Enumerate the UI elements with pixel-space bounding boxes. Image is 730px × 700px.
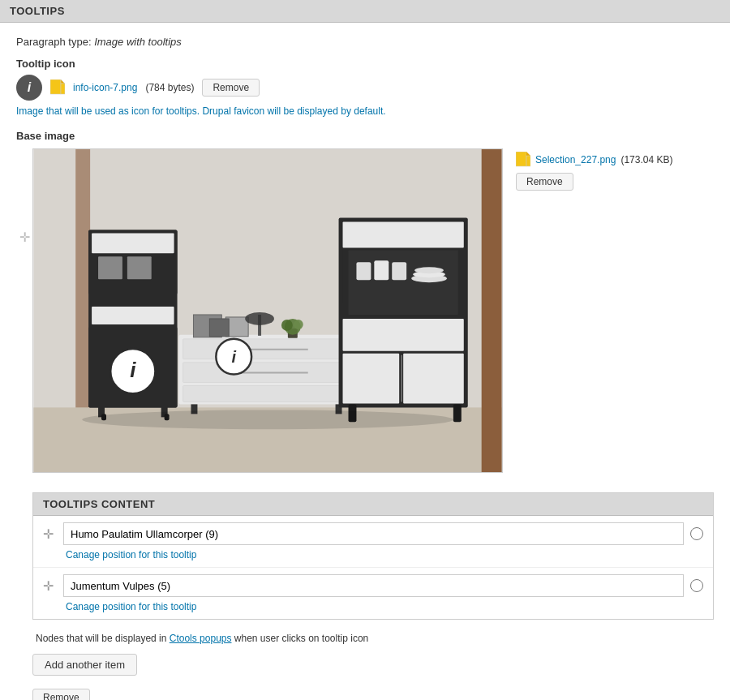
svg-text:i: i — [231, 348, 236, 366]
svg-point-39 — [294, 320, 303, 329]
svg-rect-6 — [482, 149, 502, 472]
svg-text:i: i — [130, 359, 136, 381]
bottom-actions: Remove — [32, 689, 714, 700]
svg-rect-13 — [92, 307, 174, 324]
svg-rect-59 — [526, 156, 530, 166]
svg-rect-46 — [392, 262, 406, 280]
svg-rect-50 — [343, 319, 464, 351]
tooltip-help-text: Image that will be used as icon for tool… — [16, 105, 714, 117]
svg-marker-58 — [526, 152, 530, 156]
nodes-description: Nodes that will be displayed in Ctools p… — [32, 633, 714, 644]
svg-rect-7 — [75, 149, 90, 407]
svg-point-56 — [82, 410, 453, 429]
tooltip-icon-row: i info-icon-7.png (784 bytes) Remove — [16, 75, 714, 101]
ctools-link[interactable]: Ctools popups — [170, 633, 232, 644]
svg-rect-3 — [61, 84, 65, 94]
paragraph-type-label: Paragraph type: — [16, 36, 92, 48]
svg-rect-55 — [453, 404, 462, 422]
svg-rect-52 — [403, 354, 464, 404]
tooltip-icon-filename[interactable]: info-icon-7.png — [73, 82, 137, 93]
tooltip-icon-filesize: (784 bytes) — [145, 82, 194, 93]
svg-rect-11 — [98, 256, 122, 279]
svg-rect-43 — [349, 250, 458, 315]
base-image-filesize: (173.04 KB) — [620, 154, 672, 165]
tooltip-icon-remove-button[interactable]: Remove — [202, 79, 260, 97]
paragraph-type-value: Image with tooltips — [94, 36, 182, 48]
tooltip-item-2-canage-link[interactable]: Canage position for this tooltip — [66, 601, 196, 612]
tooltip-item: ✛ Canage position for this tooltip — [33, 516, 713, 568]
svg-rect-45 — [374, 260, 389, 280]
tooltip-item-2: ✛ Canage position for this tooltip — [33, 568, 713, 619]
tooltip-item-2-input[interactable] — [63, 574, 684, 597]
base-image-remove-button[interactable]: Remove — [516, 173, 573, 191]
tooltips-content-section: TOOLTIPS CONTENT ✛ Canage position for t… — [32, 492, 714, 620]
tooltip-item-1-radio[interactable] — [690, 527, 703, 540]
furniture-image-svg: i — [33, 149, 502, 472]
base-image-filename[interactable]: Selection_227.png — [535, 154, 616, 165]
nodes-desc-start: Nodes that will be displayed in — [36, 633, 170, 644]
base-image-content: i — [32, 148, 714, 700]
page-header: TOOLTIPS — [0, 0, 730, 23]
tooltip-icon-label: Tooltip icon — [16, 58, 714, 70]
svg-rect-24 — [183, 386, 349, 402]
add-another-item-button[interactable]: Add another item — [32, 654, 137, 676]
svg-rect-10 — [92, 233, 174, 253]
main-content: Paragraph type: Image with tooltips Tool… — [0, 23, 730, 700]
tooltip-item-1-canage-link[interactable]: Canage position for this tooltip — [66, 549, 196, 560]
svg-rect-57 — [516, 152, 526, 166]
tooltips-content-header: TOOLTIPS CONTENT — [33, 493, 713, 516]
svg-point-38 — [281, 320, 293, 331]
base-image-file-icon — [516, 152, 530, 168]
svg-rect-0 — [50, 79, 61, 94]
tooltip-item-2-radio[interactable] — [690, 579, 703, 592]
drag-handle-left[interactable]: ✛ — [16, 148, 32, 245]
svg-rect-33 — [209, 319, 229, 337]
svg-rect-44 — [356, 262, 371, 280]
file-type-icon — [50, 79, 65, 96]
page-wrapper: TOOLTIPS Paragraph type: Image with tool… — [0, 0, 730, 700]
base-image-label: Base image — [16, 130, 714, 142]
bottom-remove-button[interactable]: Remove — [32, 689, 90, 700]
nodes-desc-end: when user clicks on tooltip icon — [231, 633, 368, 644]
tooltip-item-2-drag-handle[interactable]: ✛ — [43, 578, 54, 594]
base-image-container: i — [32, 148, 503, 473]
info-icon-symbol: i — [28, 80, 31, 95]
tooltip-item-1-input[interactable] — [63, 522, 684, 545]
svg-point-35 — [245, 312, 274, 325]
info-icon: i — [16, 75, 42, 101]
tooltip-item-1-drag-handle[interactable]: ✛ — [43, 526, 54, 542]
base-image-file-info: Selection_227.png (173.04 KB) Remove — [516, 148, 714, 191]
svg-rect-42 — [343, 222, 464, 248]
base-image-row: i — [32, 148, 714, 473]
svg-rect-51 — [343, 354, 400, 404]
paragraph-type: Paragraph type: Image with tooltips — [16, 36, 714, 48]
add-item-row: Add another item — [32, 654, 714, 676]
tooltip-item-1-row: ✛ — [43, 522, 703, 545]
page-title: TOOLTIPS — [10, 5, 65, 17]
svg-rect-12 — [127, 256, 152, 279]
base-image-outer: ✛ — [16, 148, 714, 700]
tooltip-item-2-row: ✛ — [43, 574, 703, 597]
svg-point-49 — [414, 267, 444, 273]
